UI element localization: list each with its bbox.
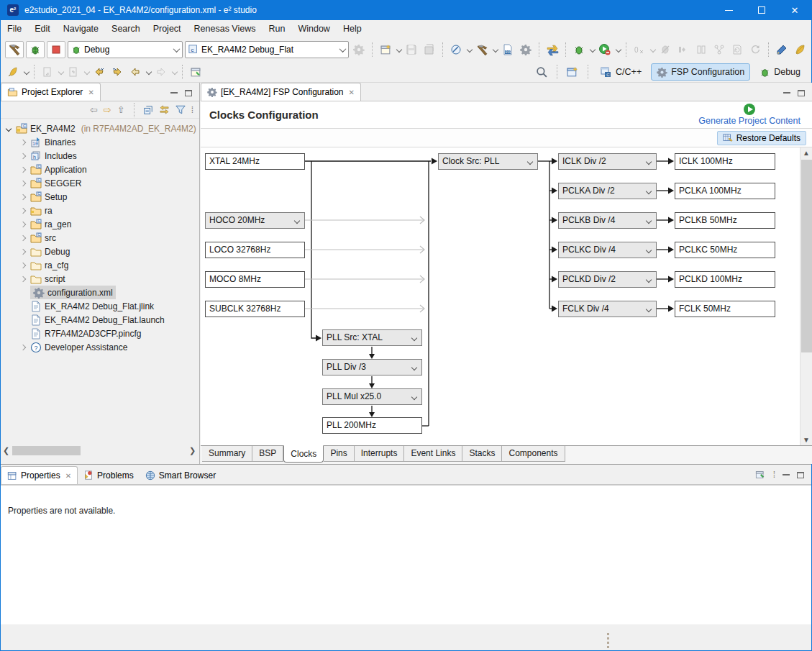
next-annotation-button[interactable] <box>40 64 55 80</box>
tab-smart-browser[interactable]: Smart Browser <box>140 466 222 484</box>
build-all-button[interactable] <box>474 42 490 58</box>
menu-file[interactable]: File <box>1 22 28 36</box>
generate-link[interactable]: Generate Project Content <box>698 116 800 126</box>
link-with-editor-icon[interactable] <box>159 105 170 114</box>
perspective-debug[interactable]: Debug <box>754 63 806 81</box>
menu-edit[interactable]: Edit <box>28 22 57 36</box>
pll-div-dropdown[interactable]: PLL Div /3 <box>322 359 422 375</box>
tab-properties[interactable]: Properties ✕ <box>1 466 78 484</box>
tab-summary[interactable]: Summary <box>202 446 252 462</box>
scrollbar-thumb[interactable] <box>801 160 812 352</box>
selected-tree-row[interactable]: configuration.xml <box>30 286 116 299</box>
tree-row-ra[interactable]: ra <box>1 204 199 217</box>
pclkd-div-dropdown[interactable]: PCLKD Div /2 <box>558 271 657 288</box>
tree-row-ra-gen[interactable]: C ra_gen <box>1 217 199 231</box>
up-arrow-icon[interactable]: ⇧ <box>117 104 125 115</box>
chevron-down-icon[interactable] <box>146 69 152 75</box>
forward-arrow-icon[interactable]: ⇨ <box>104 104 111 115</box>
expander-closed-icon[interactable] <box>20 235 26 240</box>
close-icon[interactable]: ✕ <box>88 88 93 96</box>
expander-closed-icon[interactable] <box>20 262 26 268</box>
tab-project-explorer[interactable]: Project Explorer ✕ <box>1 83 101 101</box>
fclk-div-dropdown[interactable]: FCLK Div /4 <box>558 301 657 317</box>
chevron-down-icon[interactable] <box>396 47 402 53</box>
tree-row-segger[interactable]: C SEGGER <box>1 176 199 190</box>
search-icon[interactable] <box>534 64 549 80</box>
maximize-view-icon[interactable] <box>797 472 804 478</box>
expander-closed-icon[interactable] <box>20 194 26 199</box>
forward-history-button[interactable] <box>109 64 125 80</box>
xtal-input[interactable]: XTAL 24MHz <box>205 153 305 170</box>
perspective-cpp[interactable]: C C/C++ <box>596 63 647 81</box>
binary-file-button[interactable]: 010 <box>500 42 516 58</box>
expander-closed-icon[interactable] <box>20 207 26 213</box>
maximize-button[interactable] <box>745 0 778 20</box>
collapse-all-icon[interactable] <box>143 105 153 115</box>
run-launch-button[interactable] <box>597 42 613 58</box>
tree-row-script[interactable]: script <box>1 272 199 286</box>
statusbar-drag-handle[interactable] <box>607 633 609 648</box>
tab-bsp[interactable]: BSP <box>252 446 283 462</box>
tree-row-configuration-xml[interactable]: configuration.xml <box>1 286 199 299</box>
tree-row-binaries[interactable]: 10 Binaries <box>1 135 199 149</box>
last-edit-location-button[interactable] <box>188 64 204 80</box>
back-arrow-icon[interactable]: ⇦ <box>90 104 98 115</box>
expander-open-icon[interactable] <box>6 125 12 131</box>
tab-problems[interactable]: Problems <box>78 466 140 484</box>
expander-closed-icon[interactable] <box>20 248 26 254</box>
launch-settings-gear-icon[interactable] <box>351 42 367 58</box>
editor-vertical-scrollbar[interactable]: ▲ ▼ <box>800 147 812 445</box>
tab-interrupts[interactable]: Interrupts <box>355 446 405 462</box>
generate-play-icon[interactable] <box>744 104 755 115</box>
paint-memory-button[interactable] <box>774 42 790 58</box>
expander-closed-icon[interactable] <box>20 166 26 172</box>
chevron-down-icon[interactable] <box>616 47 621 53</box>
tree-row-src[interactable]: C src <box>1 231 199 245</box>
tree-row-developer-assistance[interactable]: ? Developer Assistance <box>1 340 199 354</box>
pll-src-dropdown[interactable]: PLL Src: XTAL <box>322 329 422 346</box>
pclka-div-dropdown[interactable]: PCLKA Div /2 <box>558 183 657 199</box>
restore-defaults-button[interactable]: Restore Defaults <box>717 131 806 145</box>
tab-pins[interactable]: Pins <box>324 446 354 462</box>
expander-closed-icon[interactable] <box>20 344 26 350</box>
maximize-view-icon[interactable] <box>185 90 192 96</box>
profiling-button[interactable]: 0 <box>631 42 647 58</box>
skip-all-breakpoints-button[interactable] <box>448 42 464 58</box>
chevron-down-icon[interactable] <box>590 47 596 53</box>
swap-compiler-button[interactable] <box>544 42 560 58</box>
feather-pen-button[interactable] <box>5 64 21 80</box>
scroll-right-icon[interactable]: ❯ <box>187 446 198 455</box>
chevron-down-icon[interactable] <box>493 47 498 53</box>
debug-mode-dropdown[interactable]: Debug <box>68 41 183 58</box>
settings-gear-button[interactable] <box>518 42 534 58</box>
perspective-fsp-configuration[interactable]: FSP Configuration <box>651 63 750 81</box>
expander-closed-icon[interactable] <box>20 180 26 186</box>
tree-row-includes[interactable]: h Includes <box>1 149 199 163</box>
previous-annotation-button[interactable] <box>65 64 81 80</box>
generate-project-content[interactable]: Generate Project Content <box>698 104 800 126</box>
chevron-down-icon[interactable] <box>650 47 656 53</box>
chevron-down-icon[interactable] <box>58 69 64 75</box>
menu-navigate[interactable]: Navigate <box>57 22 105 36</box>
feather-button[interactable] <box>792 42 808 58</box>
tab-components[interactable]: Components <box>502 446 565 462</box>
tab-fsp-configuration[interactable]: [EK_RA4M2] FSP Configuration ✕ <box>201 83 361 101</box>
back-navigation-button[interactable] <box>127 64 143 80</box>
clock-src-dropdown[interactable]: Clock Src: PLL <box>438 153 538 170</box>
menu-help[interactable]: Help <box>337 22 368 36</box>
minimize-view-icon[interactable] <box>783 92 790 94</box>
close-icon[interactable]: ✕ <box>349 88 355 96</box>
chevron-down-icon[interactable] <box>467 47 473 53</box>
tree-row-setup[interactable]: C Setup <box>1 190 199 204</box>
tree-row-pincfg[interactable]: R7FA4M2AD3CFP.pincfg <box>1 327 199 340</box>
tab-event-links[interactable]: Event Links <box>404 446 462 462</box>
step-over-button[interactable] <box>675 42 691 58</box>
filter-icon[interactable] <box>175 105 186 114</box>
menu-window[interactable]: Window <box>291 22 336 36</box>
view-menu-icon[interactable]: ⁞ <box>773 470 775 480</box>
save-button[interactable] <box>403 42 419 58</box>
skip-breakpoints-button[interactable] <box>657 42 673 58</box>
pclkc-div-dropdown[interactable]: PCLKC Div /4 <box>558 242 657 258</box>
expander-closed-icon[interactable] <box>20 276 26 281</box>
menu-project[interactable]: Project <box>147 22 188 36</box>
